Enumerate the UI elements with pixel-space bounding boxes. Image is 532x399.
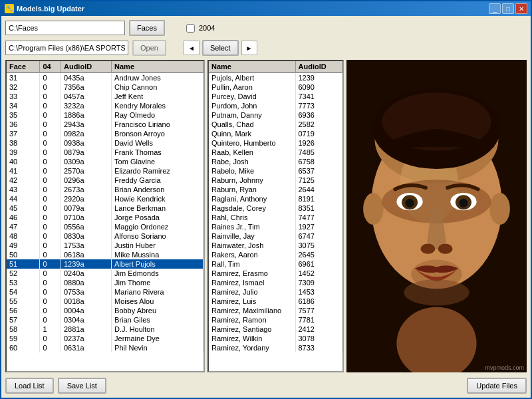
table-cell: Brian Anderson [112,185,203,194]
table-cell: Frank Thomas [112,148,203,157]
table-row[interactable]: 5600004aBobby Abreu [7,306,203,315]
table-row[interactable]: 3207356aChip Cannon [7,82,203,92]
table-cell: 1927 [295,222,342,231]
faces-button[interactable]: Faces [129,20,165,36]
table-cell: Alfonso Soriano [112,231,203,241]
table-row[interactable]: Ramirez, Ramon7781 [209,315,342,325]
table-row[interactable]: Raburn, Ryan2644 [209,185,342,194]
table-cell: 0 [40,278,61,287]
table-cell: 49 [7,241,40,250]
table-row[interactable]: Rahl, Chris7477 [209,213,342,222]
table-row[interactable]: Ragsdale, Corey8351 [209,203,342,213]
table-row[interactable]: Purdom, John7773 [209,101,342,110]
table-row[interactable]: 5101239aAlbert Pujols [7,259,203,269]
update-files-button[interactable]: Update Files [467,378,527,394]
table-row[interactable]: Putnam, Danny6936 [209,110,342,120]
nav-right-button[interactable]: ► [241,41,257,55]
load-list-button[interactable]: Load List [5,378,54,394]
table-row[interactable]: 4901753aJustin Huber [7,241,203,250]
open-button[interactable]: Open [132,40,166,56]
minimize-button[interactable]: _ [489,3,501,14]
table-row[interactable]: Ramirez, Yordany8733 [209,343,342,352]
table-row[interactable]: Pullin, Aaron6090 [209,82,342,92]
table-row[interactable]: 4700556aMaggio Ordonez [7,222,203,231]
table-row[interactable]: Rall, Tim6961 [209,259,342,269]
left-table-container[interactable]: Face 04 AudioID Name 3100435aAndruw Jone… [5,60,205,372]
table-row[interactable]: Rakers, Aaron2645 [209,250,342,259]
table-cell: Rahl, Chris [209,213,295,222]
table-row[interactable]: 3800938aDavid Wells [7,138,203,148]
table-cell: Rabelo, Mike [209,166,295,176]
table-row[interactable]: 5000618aMike Mussina [7,250,203,259]
table-row[interactable]: Rabelo, Mike6537 [209,166,342,176]
table-row[interactable]: Ramirez, Ismael7309 [209,278,342,287]
table-row[interactable]: 4000309aTom Glavine [7,157,203,166]
table-row[interactable]: 3501886aRay Olmedo [7,110,203,120]
table-row[interactable]: Qualls, Chad2582 [209,120,342,129]
faces-path-input[interactable] [5,21,125,35]
table-row[interactable]: Rabe, Josh6758 [209,157,342,166]
table-row[interactable]: Raburn, Johnny7125 [209,176,342,185]
table-row[interactable]: 3602943aFrancisco Liriano [7,120,203,129]
table-row[interactable]: 6000631aPhil Nevin [7,343,203,352]
table-row[interactable]: 5700304aBrian Giles [7,315,203,325]
table-row[interactable]: 4200296aFreddy Garcia [7,176,203,185]
table-cell: 52 [7,269,40,278]
table-cell: 7485 [295,148,342,157]
save-list-button[interactable]: Save List [58,378,106,394]
table-row[interactable]: 5300880aJim Thome [7,278,203,287]
table-row[interactable]: Quintero, Humberto1926 [209,138,342,148]
table-row[interactable]: 4800830aAlfonso Soriano [7,231,203,241]
nav-left-button[interactable]: ◄ [184,41,200,55]
table-row[interactable]: Ramirez, Santiago2412 [209,325,342,334]
table-row[interactable]: Raglani, Anthony8191 [209,194,342,203]
table-row[interactable]: 4500079aLance Berkman [7,203,203,213]
table-row[interactable]: 3300457aJeff Kent [7,92,203,101]
table-row[interactable]: 4402920aHowie Kendrick [7,194,203,203]
table-row[interactable]: Raab, Kellen7485 [209,148,342,157]
table-cell: 48 [7,231,40,241]
content-area: Faces 2004 Open ◄ Select ► [1,16,531,398]
table-row[interactable]: 5500018aMoises Alou [7,297,203,306]
table-row[interactable]: Quinn, Mark0719 [209,129,342,138]
table-row[interactable]: Purcey, David7341 [209,92,342,101]
table-row[interactable]: Pujols, Albert1239 [209,72,342,82]
table-row[interactable]: Ramirez, Julio1453 [209,287,342,297]
table-row[interactable]: 5400753aMariano Rivera [7,287,203,297]
table-cell: 38 [7,138,40,148]
table-row[interactable]: Rainville, Jay6747 [209,231,342,241]
table-row[interactable]: 4102570aElizardo Ramirez [7,166,203,176]
table-cell: 2881a [61,325,111,334]
table-cell: Ramirez, Ismael [209,278,295,287]
year-checkbox[interactable] [186,24,195,33]
watermark: mvpmods.com [485,364,524,371]
table-cell: Mariano Rivera [112,287,203,297]
table-row[interactable]: Ramirez, Wilkin3078 [209,334,342,343]
table-row[interactable]: 4302673aBrian Anderson [7,185,203,194]
table-row[interactable]: Ramirez, Luis6186 [209,297,342,306]
table-cell: Qualls, Chad [209,120,295,129]
table-cell: 56 [7,306,40,315]
maximize-button[interactable]: □ [502,3,514,14]
table-row[interactable]: 3900879aFrank Thomas [7,148,203,157]
close-button[interactable]: ✕ [515,3,527,14]
table-row[interactable]: Raines Jr., Tim1927 [209,222,342,231]
table-row[interactable]: Ramirez, Maximiliano7577 [209,306,342,315]
table-row[interactable]: 3100435aAndruw Jones [7,72,203,82]
table-cell: 0 [40,297,61,306]
table-cell: 0 [40,213,61,222]
table-cell: 0556a [61,222,111,231]
table-row[interactable]: 3700982aBronson Arroyo [7,129,203,138]
table-cell: Lance Berkman [112,203,203,213]
select-button[interactable]: Select [202,40,239,56]
table-row[interactable]: 4600710aJorge Posada [7,213,203,222]
table-row[interactable]: 5200240aJim Edmonds [7,269,203,278]
right-table-container[interactable]: Name AudioID Pujols, Albert1239Pullin, A… [207,60,344,372]
table-row[interactable]: 3403232aKendry Morales [7,101,203,110]
program-path-input[interactable] [5,41,128,55]
table-row[interactable]: 5812881aD.J. Houlton [7,325,203,334]
table-cell: Raglani, Anthony [209,194,295,203]
table-row[interactable]: Rainwater, Josh3075 [209,241,342,250]
table-row[interactable]: 5900237aJermaine Dye [7,334,203,343]
table-row[interactable]: Ramirez, Erasmo1452 [209,269,342,278]
